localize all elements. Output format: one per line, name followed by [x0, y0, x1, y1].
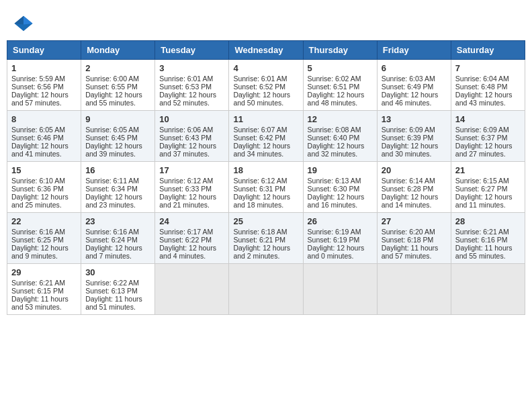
day-info: and 52 minutes. — [159, 99, 210, 107]
day-info: Daylight: 12 hours — [308, 244, 365, 252]
day-number: 2 — [85, 63, 150, 73]
day-number: 27 — [382, 216, 447, 226]
day-info: and 53 minutes. — [11, 303, 62, 311]
day-number: 24 — [159, 216, 224, 226]
day-info: Sunset: 6:22 PM — [159, 236, 212, 244]
day-info: Daylight: 12 hours — [233, 244, 290, 252]
day-info: and 7 minutes. — [85, 252, 132, 260]
day-info: and 4 minutes. — [159, 252, 206, 260]
day-info: Sunset: 6:39 PM — [382, 134, 434, 142]
calendar-cell: 7Sunrise: 6:04 AMSunset: 6:48 PMDaylight… — [451, 60, 525, 111]
day-info: Sunset: 6:25 PM — [11, 236, 64, 244]
day-info: Sunrise: 6:21 AM — [455, 228, 509, 236]
calendar-cell: 23Sunrise: 6:16 AMSunset: 6:24 PMDayligh… — [81, 213, 155, 264]
day-info: and 30 minutes. — [382, 150, 432, 158]
calendar-cell: 29Sunrise: 6:21 AMSunset: 6:15 PMDayligh… — [7, 264, 81, 315]
day-info: Sunset: 6:56 PM — [11, 83, 64, 91]
day-info: Daylight: 12 hours — [85, 91, 142, 99]
day-info: Sunset: 6:45 PM — [85, 134, 138, 142]
day-info: and 41 minutes. — [11, 150, 62, 158]
day-info: Daylight: 12 hours — [11, 91, 69, 99]
day-number: 7 — [455, 63, 521, 73]
day-info: Sunset: 6:53 PM — [159, 83, 212, 91]
day-info: Sunset: 6:48 PM — [455, 83, 508, 91]
calendar-cell: 14Sunrise: 6:09 AMSunset: 6:37 PMDayligh… — [451, 111, 525, 162]
day-info: Daylight: 11 hours — [85, 295, 142, 303]
calendar-cell: 6Sunrise: 6:03 AMSunset: 6:49 PMDaylight… — [377, 60, 451, 111]
day-info: Sunrise: 6:20 AM — [382, 228, 435, 236]
day-number: 14 — [455, 114, 521, 124]
day-info: Sunset: 6:30 PM — [308, 185, 360, 193]
day-number: 23 — [85, 216, 150, 226]
calendar-cell — [155, 264, 229, 315]
calendar-cell: 28Sunrise: 6:21 AMSunset: 6:16 PMDayligh… — [451, 213, 525, 264]
day-info: Sunset: 6:13 PM — [85, 287, 138, 295]
day-info: Daylight: 12 hours — [308, 142, 365, 150]
day-info: and 14 minutes. — [382, 201, 432, 209]
day-info: and 25 minutes. — [11, 201, 62, 209]
day-info: and 27 minutes. — [455, 150, 506, 158]
day-number: 9 — [85, 114, 150, 124]
day-info: Daylight: 12 hours — [382, 193, 439, 201]
calendar-cell: 9Sunrise: 6:05 AMSunset: 6:45 PMDaylight… — [81, 111, 155, 162]
calendar-cell — [377, 264, 451, 315]
day-info: Daylight: 12 hours — [233, 142, 290, 150]
calendar-cell: 12Sunrise: 6:08 AMSunset: 6:40 PMDayligh… — [303, 111, 377, 162]
day-info: Daylight: 12 hours — [382, 91, 439, 99]
calendar-cell: 27Sunrise: 6:20 AMSunset: 6:18 PMDayligh… — [377, 213, 451, 264]
day-info: Sunrise: 6:13 AM — [308, 177, 361, 185]
calendar-cell: 10Sunrise: 6:06 AMSunset: 6:43 PMDayligh… — [155, 111, 229, 162]
day-info: and 57 minutes. — [11, 99, 62, 107]
day-info: Daylight: 11 hours — [11, 295, 69, 303]
day-info: Daylight: 12 hours — [455, 142, 513, 150]
day-info: Sunset: 6:21 PM — [233, 236, 285, 244]
svg-marker-2 — [15, 16, 24, 25]
day-info: and 21 minutes. — [159, 201, 210, 209]
day-header-monday: Monday — [81, 41, 155, 60]
day-number: 12 — [308, 114, 373, 124]
day-info: Sunrise: 5:59 AM — [11, 75, 65, 83]
calendar-cell: 5Sunrise: 6:02 AMSunset: 6:51 PMDaylight… — [303, 60, 377, 111]
calendar-cell: 18Sunrise: 6:12 AMSunset: 6:31 PMDayligh… — [229, 162, 303, 213]
day-number: 15 — [11, 165, 77, 175]
day-header-sunday: Sunday — [7, 41, 81, 60]
day-info: and 0 minutes. — [308, 252, 354, 260]
day-info: and 46 minutes. — [382, 99, 432, 107]
calendar-cell: 17Sunrise: 6:12 AMSunset: 6:33 PMDayligh… — [155, 162, 229, 213]
day-info: Daylight: 12 hours — [11, 244, 69, 252]
day-info: Daylight: 12 hours — [159, 193, 216, 201]
day-info: Daylight: 11 hours — [382, 244, 439, 252]
calendar-cell — [451, 264, 525, 315]
day-info: Sunrise: 6:16 AM — [11, 228, 65, 236]
day-info: and 43 minutes. — [455, 99, 506, 107]
day-info: Sunrise: 6:06 AM — [159, 126, 213, 134]
day-info: and 9 minutes. — [11, 252, 58, 260]
day-info: and 2 minutes. — [233, 252, 279, 260]
day-info: Sunset: 6:55 PM — [85, 83, 138, 91]
logo-icon — [13, 13, 34, 34]
day-info: Sunset: 6:27 PM — [455, 185, 508, 193]
day-info: Daylight: 12 hours — [85, 142, 142, 150]
day-info: and 57 minutes. — [382, 252, 432, 260]
day-number: 28 — [455, 216, 521, 226]
day-number: 6 — [382, 63, 447, 73]
day-info: and 55 minutes. — [455, 252, 506, 260]
day-info: Daylight: 12 hours — [455, 193, 513, 201]
day-info: Sunrise: 6:09 AM — [382, 126, 435, 134]
day-number: 26 — [308, 216, 373, 226]
day-info: Sunset: 6:18 PM — [382, 236, 434, 244]
day-number: 1 — [11, 63, 77, 73]
day-info: Daylight: 12 hours — [11, 142, 69, 150]
day-info: Daylight: 12 hours — [159, 91, 216, 99]
day-info: Sunset: 6:52 PM — [233, 83, 285, 91]
day-info: Sunrise: 6:04 AM — [455, 75, 509, 83]
day-info: and 39 minutes. — [85, 150, 136, 158]
day-info: Sunset: 6:37 PM — [455, 134, 508, 142]
calendar-cell: 16Sunrise: 6:11 AMSunset: 6:34 PMDayligh… — [81, 162, 155, 213]
day-info: Sunrise: 6:16 AM — [85, 228, 139, 236]
day-info: Sunset: 6:28 PM — [382, 185, 434, 193]
day-info: Sunset: 6:40 PM — [308, 134, 360, 142]
day-info: Sunset: 6:16 PM — [455, 236, 508, 244]
day-info: Sunrise: 6:00 AM — [85, 75, 139, 83]
day-number: 16 — [85, 165, 150, 175]
